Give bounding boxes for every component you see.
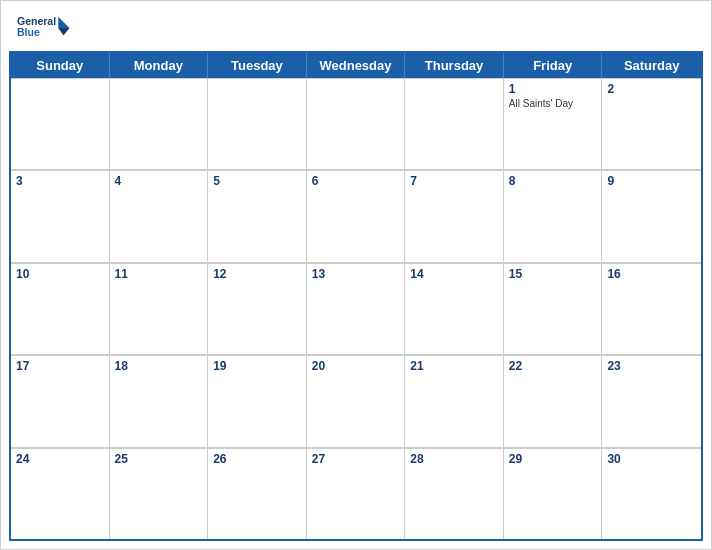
day-number: 7 <box>410 174 498 188</box>
day-header-thursday: Thursday <box>405 53 504 78</box>
day-cell: 20 <box>307 355 406 446</box>
day-cell: 28 <box>405 448 504 539</box>
day-header-tuesday: Tuesday <box>208 53 307 78</box>
day-cell: 25 <box>110 448 209 539</box>
day-cell: 14 <box>405 263 504 354</box>
day-cell: 7 <box>405 170 504 261</box>
day-cell: 21 <box>405 355 504 446</box>
day-cell: 24 <box>11 448 110 539</box>
day-number: 18 <box>115 359 203 373</box>
day-number: 24 <box>16 452 104 466</box>
week-row: 3456789 <box>11 170 701 262</box>
day-number: 27 <box>312 452 400 466</box>
day-headers-row: SundayMondayTuesdayWednesdayThursdayFrid… <box>11 53 701 78</box>
calendar-grid-wrapper: SundayMondayTuesdayWednesdayThursdayFrid… <box>9 51 703 541</box>
day-cell: 30 <box>602 448 701 539</box>
week-row: 17181920212223 <box>11 355 701 447</box>
day-cell: 29 <box>504 448 603 539</box>
week-row: 10111213141516 <box>11 263 701 355</box>
day-cell: 3 <box>11 170 110 261</box>
day-header-saturday: Saturday <box>602 53 701 78</box>
day-number: 30 <box>607 452 696 466</box>
day-cell: 10 <box>11 263 110 354</box>
day-cell <box>110 78 209 169</box>
day-number: 23 <box>607 359 696 373</box>
svg-text:Blue: Blue <box>17 26 40 38</box>
logo: GeneralBlue <box>17 9 77 47</box>
day-number: 22 <box>509 359 597 373</box>
day-cell: 19 <box>208 355 307 446</box>
day-header-friday: Friday <box>504 53 603 78</box>
day-number: 8 <box>509 174 597 188</box>
day-number: 17 <box>16 359 104 373</box>
day-cell: 11 <box>110 263 209 354</box>
week-row: 1All Saints' Day2 <box>11 78 701 170</box>
day-cell: 8 <box>504 170 603 261</box>
day-cell: 5 <box>208 170 307 261</box>
day-number: 15 <box>509 267 597 281</box>
day-header-sunday: Sunday <box>11 53 110 78</box>
calendar: GeneralBlue SundayMondayTuesdayWednesday… <box>0 0 712 550</box>
day-cell: 27 <box>307 448 406 539</box>
day-number: 11 <box>115 267 203 281</box>
day-cell: 2 <box>602 78 701 169</box>
day-cell <box>208 78 307 169</box>
day-number: 25 <box>115 452 203 466</box>
day-cell: 13 <box>307 263 406 354</box>
holiday-text: All Saints' Day <box>509 98 597 109</box>
day-number: 14 <box>410 267 498 281</box>
day-number: 19 <box>213 359 301 373</box>
day-number: 3 <box>16 174 104 188</box>
day-number: 16 <box>607 267 696 281</box>
day-number: 5 <box>213 174 301 188</box>
week-row: 24252627282930 <box>11 448 701 539</box>
day-number: 9 <box>607 174 696 188</box>
day-cell: 17 <box>11 355 110 446</box>
day-cell: 22 <box>504 355 603 446</box>
svg-marker-1 <box>58 28 69 36</box>
day-number: 4 <box>115 174 203 188</box>
day-cell: 1All Saints' Day <box>504 78 603 169</box>
calendar-header: GeneralBlue <box>1 1 711 51</box>
day-number: 6 <box>312 174 400 188</box>
day-number: 20 <box>312 359 400 373</box>
day-number: 2 <box>607 82 696 96</box>
day-cell: 12 <box>208 263 307 354</box>
day-header-wednesday: Wednesday <box>307 53 406 78</box>
day-header-monday: Monday <box>110 53 209 78</box>
svg-marker-0 <box>58 17 69 28</box>
day-cell: 4 <box>110 170 209 261</box>
day-number: 29 <box>509 452 597 466</box>
day-cell: 18 <box>110 355 209 446</box>
day-number: 10 <box>16 267 104 281</box>
day-cell <box>405 78 504 169</box>
day-cell: 16 <box>602 263 701 354</box>
day-number: 13 <box>312 267 400 281</box>
day-number: 1 <box>509 82 597 96</box>
day-cell: 23 <box>602 355 701 446</box>
day-cell: 9 <box>602 170 701 261</box>
logo-svg: GeneralBlue <box>17 9 77 47</box>
day-cell <box>11 78 110 169</box>
day-number: 28 <box>410 452 498 466</box>
day-number: 26 <box>213 452 301 466</box>
day-number: 12 <box>213 267 301 281</box>
weeks-container: 1All Saints' Day234567891011121314151617… <box>11 78 701 539</box>
day-cell: 6 <box>307 170 406 261</box>
day-cell: 26 <box>208 448 307 539</box>
day-cell: 15 <box>504 263 603 354</box>
day-cell <box>307 78 406 169</box>
day-number: 21 <box>410 359 498 373</box>
